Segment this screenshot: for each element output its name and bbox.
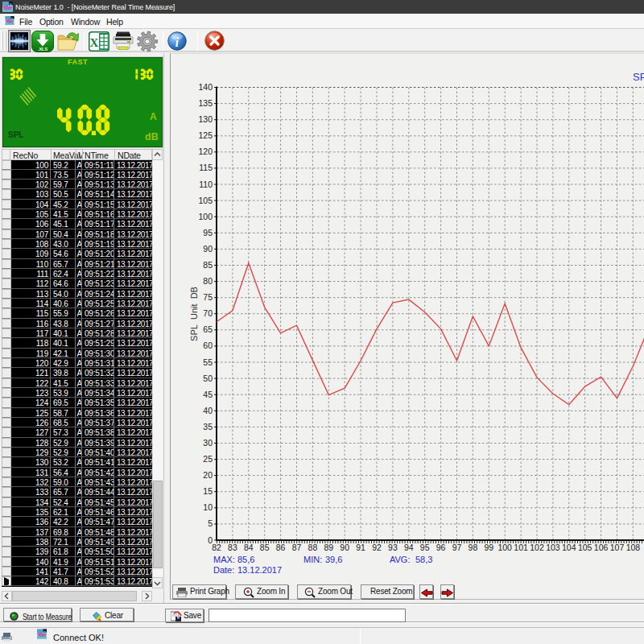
svg-text:82: 82	[212, 543, 221, 552]
svg-text:85: 85	[260, 543, 270, 552]
svg-text:FAST: FAST	[68, 58, 88, 66]
svg-text:55: 55	[203, 357, 213, 367]
svg-text:87: 87	[292, 543, 302, 552]
svg-text:96: 96	[436, 543, 446, 552]
svg-text:140: 140	[198, 82, 213, 92]
svg-text:80: 80	[203, 276, 213, 286]
svg-text:SPL Unit DB: SPL Unit DB	[189, 287, 199, 341]
svg-text:88: 88	[308, 543, 318, 552]
svg-text:110: 110	[199, 180, 213, 189]
svg-text:.XLS: .XLS	[38, 47, 48, 52]
svg-text:105: 105	[578, 543, 592, 552]
svg-text:99: 99	[484, 543, 493, 552]
svg-text:100: 100	[198, 212, 213, 221]
svg-text:130: 130	[198, 114, 213, 124]
svg-text:65: 65	[203, 324, 213, 334]
svg-text:115: 115	[199, 163, 213, 172]
svg-text:93: 93	[388, 543, 398, 552]
svg-text:50: 50	[203, 374, 213, 383]
svg-text:103: 103	[546, 543, 560, 552]
svg-text:70: 70	[203, 308, 213, 318]
svg-text:125: 125	[198, 130, 213, 140]
svg-text:107: 107	[610, 543, 625, 552]
svg-text:101: 101	[514, 543, 528, 552]
svg-text:20: 20	[203, 470, 213, 480]
svg-text:90: 90	[203, 244, 213, 254]
svg-text:106: 106	[594, 543, 609, 552]
svg-text:97: 97	[452, 543, 462, 552]
svg-text:100: 100	[497, 543, 512, 552]
svg-text:104: 104	[562, 543, 576, 552]
svg-text:SPL: SPL	[633, 71, 644, 83]
svg-text:i: i	[175, 35, 180, 49]
svg-text:91: 91	[356, 543, 365, 552]
svg-text:5: 5	[208, 518, 213, 528]
svg-text:35: 35	[203, 422, 213, 431]
svg-text:135: 135	[198, 98, 213, 108]
svg-text:X: X	[90, 36, 99, 49]
svg-text:10: 10	[203, 502, 213, 512]
svg-text:98: 98	[469, 543, 478, 552]
svg-text:60: 60	[203, 341, 213, 350]
svg-text:83: 83	[228, 543, 237, 552]
svg-text:95: 95	[420, 543, 430, 552]
svg-text:102: 102	[530, 543, 544, 552]
svg-text:95: 95	[203, 228, 213, 237]
svg-text:90: 90	[340, 543, 349, 552]
svg-text:84: 84	[244, 543, 254, 552]
svg-text:86: 86	[276, 543, 286, 552]
svg-text:85: 85	[203, 260, 213, 270]
svg-text:dB: dB	[145, 131, 159, 142]
svg-text:SPL: SPL	[8, 130, 23, 139]
svg-text:105: 105	[198, 196, 213, 205]
svg-text:30: 30	[203, 438, 213, 448]
svg-text:92: 92	[372, 543, 382, 552]
svg-text:120: 120	[198, 147, 213, 156]
svg-text:89: 89	[324, 543, 333, 552]
svg-text:15: 15	[203, 486, 213, 496]
svg-text:40: 40	[203, 406, 213, 415]
svg-text:A: A	[150, 111, 157, 122]
svg-text:108: 108	[626, 543, 641, 552]
svg-text:75: 75	[203, 292, 213, 302]
svg-text:25: 25	[203, 454, 213, 464]
svg-text:45: 45	[203, 390, 213, 399]
svg-text:94: 94	[404, 543, 414, 552]
